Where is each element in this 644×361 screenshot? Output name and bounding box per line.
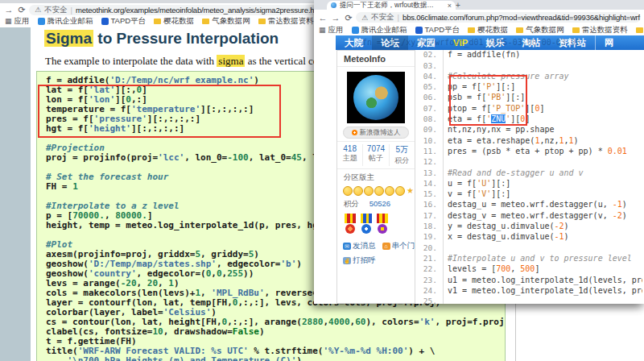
hand-icon: ✌ (343, 257, 351, 264)
bookmark-item[interactable]: 雷达数据资料 (572, 25, 628, 35)
forum-page: 大院论坛家园VIP娱乐淘帖资料站网 fn = 'D:/xy/nc/wrfout_… (314, 35, 644, 304)
say-hello-link[interactable]: ✌ 打招呼 (343, 255, 376, 266)
code-line: 13.#Read and de-stagger u and v (421, 168, 642, 178)
forum-nav-item-大院[interactable]: 大院 (336, 35, 372, 50)
stat-积分[interactable]: 5万积分 (389, 144, 415, 166)
forward-icon[interactable]: → (3, 4, 14, 15)
title-rest: to Pressure Interpolation (93, 30, 279, 47)
new-tab-button[interactable]: + (456, 1, 460, 10)
smiley-icon (364, 186, 374, 196)
bookmark-item[interactable]: 气象数据网 (516, 25, 564, 35)
user-avatar[interactable] (347, 72, 405, 123)
stat-主题[interactable]: 418主题 (337, 144, 362, 166)
bookmark-item[interactable]: 雷达数据资料 (258, 16, 314, 27)
stat-label: 主题 (337, 153, 362, 164)
send-message-link[interactable]: ✉ 发消息 (343, 241, 376, 251)
forum-nav-item-资料站[interactable]: 资料站 (550, 35, 596, 50)
line-number: 19. (421, 231, 437, 242)
code-line: 24.v1 = meteo.log_interpolate_1d(levels,… (421, 285, 642, 296)
code-line: 21.#Interpolate u and v to pressure leve… (421, 253, 642, 263)
weibo-badge-label: 新浪微博达人 (360, 128, 401, 138)
bookmark-label: 腾讯企业邮箱 (47, 16, 93, 27)
code-line: 03. (421, 60, 642, 71)
weibo-badge[interactable]: 新浪微博达人 (343, 127, 409, 139)
username[interactable]: MeteoInfo (337, 51, 415, 67)
folder-icon (468, 27, 475, 33)
bookmark-label: 腾讯企业邮箱 (361, 25, 407, 35)
bookmark-item[interactable]: 腾讯企业邮箱 (38, 16, 93, 27)
smiley-icon (353, 186, 363, 196)
tapd-icon (415, 27, 423, 34)
line-number: 05. (421, 81, 437, 92)
bookmark-label: TAPD平台 (111, 16, 147, 27)
line-number: 23. (421, 275, 437, 285)
forum-nav-item-淘帖[interactable]: 淘帖 (514, 35, 550, 50)
mail-icon (38, 18, 45, 25)
user-role: 分区版主 (337, 169, 415, 184)
content-divider-line (515, 304, 516, 361)
profile-actions: ✉ 发消息 ⌂ 串个门 ✌ 打招呼 (337, 236, 415, 266)
folder-icon (202, 19, 209, 24)
folder-icon (516, 27, 523, 33)
envelope-icon: ✉ (343, 243, 351, 250)
mail-icon (352, 27, 359, 34)
send-message-label: 发消息 (353, 241, 376, 251)
forum-nav-item-VIP[interactable]: VIP (444, 35, 477, 50)
line-number: 06. (421, 92, 437, 102)
tab-favicon (331, 2, 336, 8)
home-icon: ⌂ (382, 243, 390, 250)
line-number: 25. (421, 296, 437, 304)
medal-icon (377, 214, 388, 234)
smiley-icon (343, 186, 353, 196)
line-number: 13. (421, 168, 437, 178)
forum-nav-item-娱乐[interactable]: 娱乐 (477, 35, 514, 50)
reload-icon[interactable]: ⟳ (16, 4, 27, 15)
forum-nav-item-家园[interactable]: 家园 (408, 35, 444, 50)
screenshot-stage: → ⟳ ⚠ 不安全 | meteothink.org/examples/mete… (0, 0, 644, 361)
forum-nav-item-网[interactable]: 网 (595, 35, 623, 50)
warning-icon: ⚠ (361, 14, 368, 22)
bookmark-item[interactable]: 樱花数据 (154, 16, 194, 27)
folder-icon (636, 27, 643, 33)
active-tab[interactable]: 提问一下王老师，wrfout数据… × (327, 1, 456, 10)
stat-value: 7074 (363, 144, 388, 153)
stat-帖子[interactable]: 7074帖子 (362, 144, 388, 166)
score-row: 积分 50526 (337, 197, 415, 211)
red-annotation-box-right (449, 75, 527, 126)
line-number: 04. (421, 71, 437, 81)
line-number: 08. (421, 114, 437, 124)
bookmark-label: 雷达数据资料 (582, 25, 628, 35)
code-line: 25. (421, 296, 642, 304)
bookmark-apps[interactable]: ▦ 应用 (319, 25, 344, 35)
red-annotation-box-left (38, 85, 281, 138)
forum-nav-item-论坛[interactable]: 论坛 (372, 35, 408, 50)
reload-icon[interactable]: ⟳ (343, 12, 354, 23)
bookmark-item[interactable]: 气象数据网 (202, 16, 250, 27)
code-line: 19.x = destag_u.dimvalue(-1) (421, 231, 642, 242)
code-line: 17.destag_v = meteo.wrf.destagger(v, -2) (421, 210, 642, 221)
apps-grid-icon: ▦ (5, 18, 12, 25)
forum-nav-bar: 大院论坛家园VIP娱乐淘帖资料站网 (336, 35, 644, 50)
apps-grid-icon: ▦ (319, 27, 326, 34)
visit-home-link[interactable]: ⌂ 串个门 (382, 241, 415, 251)
user-profile-panel: MeteoInfo 新浪微博达人 418主题7074帖子5万积分 分区版主 ★ (336, 50, 415, 304)
say-hello-label: 打招呼 (353, 255, 376, 266)
bookmark-item[interactable]: TAPD平台 (415, 25, 460, 35)
bookmark-item[interactable]: 樱花数据 (468, 25, 508, 35)
bookmark-item[interactable]: 腾讯企业邮箱 (352, 25, 407, 35)
back-icon[interactable]: ← (317, 12, 328, 23)
forward-icon[interactable]: → (330, 12, 341, 23)
code-line: 15.v = f['V'][:] (421, 189, 642, 199)
line-number: 03. (421, 60, 437, 71)
right-address-bar[interactable]: ⚠ 不安全 | bbs.06climate.com/forum.php?mod=… (356, 12, 641, 23)
code-line: 14.u = f['U'][:] (421, 178, 642, 189)
smiley-icon (374, 186, 384, 196)
smiley-icon (395, 186, 405, 196)
bookmark-item[interactable]: TAPD平台 (101, 16, 147, 27)
tab-close-icon[interactable]: × (448, 2, 452, 10)
bookmark-item[interactable]: WRF (636, 26, 644, 35)
bookmark-label: 樱花数据 (477, 25, 508, 35)
bookmark-apps[interactable]: ▦ 应用 (5, 16, 30, 27)
bookmark-label: TAPD平台 (425, 25, 460, 35)
warning-icon: ⚠ (35, 6, 41, 14)
